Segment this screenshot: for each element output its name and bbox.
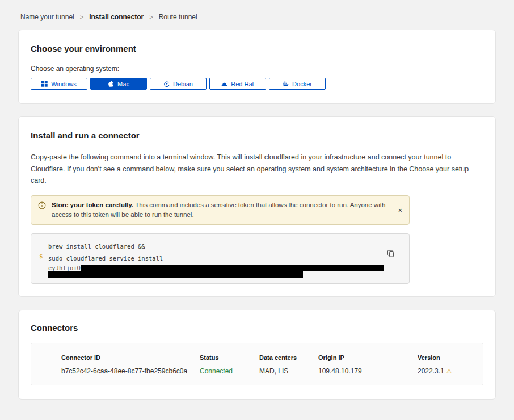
breadcrumb-step-name-tunnel[interactable]: Name your tunnel — [20, 13, 74, 21]
install-connector-card: Install and run a connector Copy-paste t… — [18, 116, 496, 297]
os-button-label: Red Hat — [231, 81, 254, 87]
table-header-row: Connector ID Status Data centers Origin … — [61, 354, 483, 361]
os-button-row: Windows Mac Debian Red — [31, 78, 483, 90]
docker-icon — [283, 81, 289, 87]
command-line-1: brew install cloudflared && — [48, 241, 384, 253]
redhat-icon — [221, 81, 227, 87]
copy-icon — [387, 250, 394, 257]
token-warning-banner: Store your token carefully.This command … — [31, 195, 410, 225]
redacted-token-bar — [81, 265, 384, 271]
breadcrumb-separator: > — [80, 14, 83, 20]
breadcrumb-separator: > — [149, 14, 153, 20]
connectors-table: Connector ID Status Data centers Origin … — [31, 343, 483, 385]
os-button-label: Debian — [173, 81, 193, 87]
status-badge: Connected — [200, 367, 259, 375]
breadcrumb-step-install-connector[interactable]: Install connector — [89, 13, 144, 21]
header-origin-ip: Origin IP — [318, 354, 418, 361]
command-line-2: sudo cloudflared service install — [48, 253, 384, 264]
os-button-debian[interactable]: Debian — [150, 78, 207, 90]
breadcrumb-step-route-tunnel[interactable]: Route tunnel — [159, 13, 197, 21]
breadcrumb: Name your tunnel > Install connector > R… — [18, 0, 496, 30]
environment-card-title: Choose your environment — [31, 44, 483, 53]
apple-icon — [108, 81, 114, 87]
cell-version: 2022.3.1 ⚠ — [418, 367, 483, 375]
os-button-mac[interactable]: Mac — [90, 78, 147, 90]
install-card-title: Install and run a connector — [31, 131, 483, 140]
shell-prompt: $ — [39, 241, 48, 278]
cell-data-centers: MAD, LIS — [259, 367, 318, 375]
page: Name your tunnel > Install connector > R… — [0, 0, 514, 420]
os-button-redhat[interactable]: Red Hat — [209, 78, 266, 90]
os-select-label: Choose an operating system: — [31, 65, 483, 73]
choose-environment-card: Choose your environment Choose an operat… — [18, 30, 496, 104]
redacted-token-bar — [48, 271, 303, 278]
header-data-centers: Data centers — [259, 354, 318, 361]
cell-origin-ip: 109.48.10.179 — [318, 367, 418, 375]
connectors-card-title: Connectors — [31, 323, 483, 333]
connectors-card: Connectors Connector ID Status Data cent… — [18, 310, 496, 400]
warning-close-icon[interactable]: × — [397, 205, 403, 215]
os-button-label: Mac — [117, 81, 129, 87]
cell-connector-id: b7c52c42-6caa-48ee-8c77-fbe259cb6c0a — [61, 367, 200, 375]
token-line-2 — [48, 271, 384, 278]
copy-command-button[interactable] — [386, 249, 395, 260]
token-prefix: eyJhIjoiO — [48, 264, 81, 271]
token-warning-text: Store your token carefully.This command … — [52, 200, 390, 220]
os-button-label: Windows — [51, 81, 77, 87]
token-warning-bold: Store your token carefully. — [52, 201, 133, 208]
header-version: Version — [418, 354, 483, 361]
debian-icon — [163, 81, 170, 87]
command-lines: brew install cloudflared && sudo cloudfl… — [48, 241, 384, 278]
os-button-docker[interactable]: Docker — [269, 78, 326, 90]
info-icon — [38, 201, 46, 209]
os-button-windows[interactable]: Windows — [31, 78, 87, 90]
header-connector-id: Connector ID — [61, 354, 200, 361]
version-warning-icon: ⚠ — [446, 368, 452, 375]
install-description: Copy-paste the following command into a … — [31, 152, 483, 187]
os-button-label: Docker — [292, 81, 312, 87]
version-value: 2022.3.1 — [418, 367, 444, 375]
token-line: eyJhIjoiO — [48, 264, 384, 271]
header-status: Status — [200, 354, 259, 361]
install-command-codeblock: $ brew install cloudflared && sudo cloud… — [31, 233, 410, 284]
table-row: b7c52c42-6caa-48ee-8c77-fbe259cb6c0a Con… — [61, 367, 483, 375]
windows-icon — [41, 81, 48, 87]
